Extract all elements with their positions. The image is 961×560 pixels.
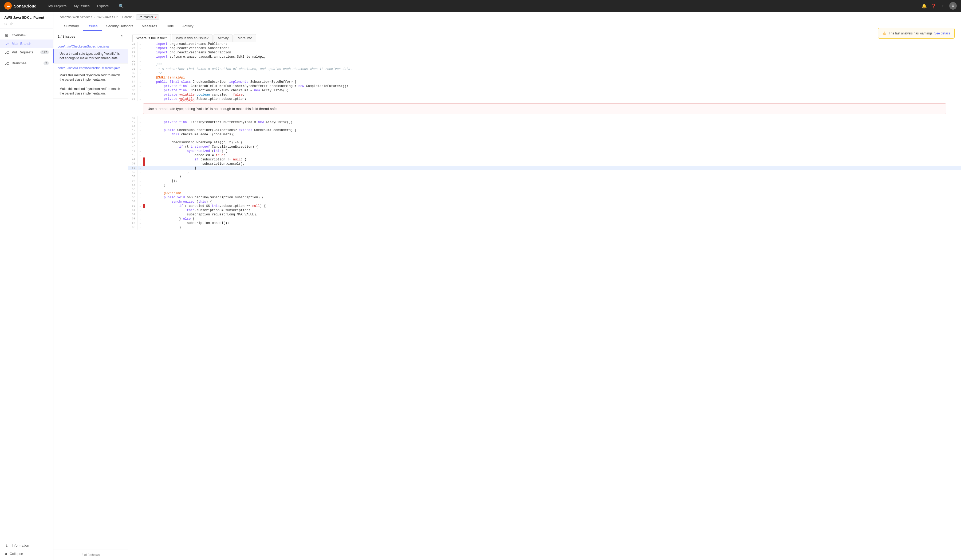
code-row-52: 52 … } xyxy=(128,170,961,175)
line-marker-34 xyxy=(143,80,145,84)
sidebar-item-overview[interactable]: ⊞ Overview xyxy=(0,31,53,40)
search-button[interactable]: 🔍 xyxy=(119,3,124,8)
github-icon[interactable]: ⊙ xyxy=(4,22,8,26)
star-icon[interactable]: ☆ xyxy=(10,22,13,26)
code-row-26: 26 … import org.reactivestreams.Subscrib… xyxy=(128,46,961,50)
user-avatar[interactable]: U xyxy=(949,2,957,10)
breadcrumb-project[interactable]: AWS Java SDK :: Parent xyxy=(96,15,132,19)
line-code-37: private volatile boolean canceled = fals… xyxy=(145,93,961,97)
line-dots-62: … xyxy=(138,212,143,217)
code-row-53: 53 … } xyxy=(128,175,961,179)
line-marker-60 xyxy=(143,204,145,208)
line-code-60: if (!canceled && this.subscription == nu… xyxy=(145,204,961,208)
code-row-42: 42 … public ChecksumSubscriber(Collectio… xyxy=(128,128,961,132)
logo-area[interactable]: ☁ SonarCloud xyxy=(4,2,37,10)
pull-requests-badge: 127 xyxy=(40,50,49,54)
issue-item-1-1[interactable]: Use a thread-safe type; adding "volatile… xyxy=(53,50,128,63)
line-dots-39: … xyxy=(138,116,143,120)
tab-activity[interactable]: Activity xyxy=(178,22,198,31)
issue-group-2: core/.../io/SdkLengthAwareInputStream.ja… xyxy=(53,64,128,99)
code-tab-activity[interactable]: Activity xyxy=(214,34,233,42)
line-code-56 xyxy=(145,188,961,191)
line-marker-25 xyxy=(143,42,145,46)
tab-issues[interactable]: Issues xyxy=(83,22,102,31)
sidebar-item-main-branch[interactable]: ⎇ Main Branch xyxy=(0,40,53,48)
code-row-64: 64 … subscription.cancel(); xyxy=(128,221,961,225)
refresh-icon[interactable]: ↻ xyxy=(121,34,124,39)
code-tab-more-info[interactable]: More info xyxy=(233,34,256,42)
code-row-38: 38 … private volatile Subscription subsc… xyxy=(128,97,961,101)
line-dots-47: … xyxy=(138,149,143,153)
new-button[interactable]: ＋ xyxy=(941,3,945,9)
code-row-49: 49 … if (subscription != null) { xyxy=(128,157,961,162)
line-dots-64: … xyxy=(138,221,143,225)
line-dots-60: … xyxy=(138,204,143,208)
tab-security-hotspots[interactable]: Security Hotspots xyxy=(102,22,137,31)
line-marker-53 xyxy=(143,175,145,179)
branches-icon: ⎇ xyxy=(4,61,9,66)
line-num-41: 41 xyxy=(128,124,138,128)
line-dots-65: … xyxy=(138,225,143,229)
line-marker-30 xyxy=(143,63,145,67)
content-area: 1 / 3 issues ↻ core/.../io/ChecksumSubsc… xyxy=(53,31,961,560)
line-dots-53: … xyxy=(138,175,143,179)
code-row-32: 32 … */ xyxy=(128,71,961,75)
master-badge-close[interactable]: ✕ xyxy=(154,16,157,19)
tab-measures[interactable]: Measures xyxy=(137,22,161,31)
issue-message-text: Use a thread-safe type; adding "volatile… xyxy=(148,107,278,111)
help-button[interactable]: ❓ xyxy=(931,3,937,8)
line-marker-56 xyxy=(143,188,145,191)
line-marker-46 xyxy=(143,145,145,149)
line-num-49: 49 xyxy=(128,157,138,162)
line-marker-28 xyxy=(143,55,145,59)
issues-header: 1 / 3 issues ↻ xyxy=(53,31,128,42)
code-tab-why[interactable]: Why is this an issue? xyxy=(172,34,212,42)
collapse-arrow-icon: ◀ xyxy=(4,552,7,556)
issues-count: 1 / 3 issues xyxy=(58,34,75,39)
line-marker-48 xyxy=(143,153,145,157)
sidebar-nav: ⊞ Overview ⎇ Main Branch ⎇ Pull Requests… xyxy=(0,29,53,539)
issue-item-2-1[interactable]: Make this method "synchronized" to match… xyxy=(53,71,128,85)
breadcrumb-amazon[interactable]: Amazon Web Services xyxy=(60,15,92,19)
tab-summary[interactable]: Summary xyxy=(60,22,83,31)
tab-code[interactable]: Code xyxy=(161,22,178,31)
warning-see-details-link[interactable]: See details xyxy=(934,32,950,35)
collapse-label: Collapse xyxy=(10,552,23,556)
sidebar-item-label-pull-requests: Pull Requests xyxy=(12,50,33,54)
code-content[interactable]: 25 … import org.reactivestreams.Publishe… xyxy=(128,42,961,560)
overview-icon: ⊞ xyxy=(4,33,9,37)
issues-list: core/.../io/ChecksumSubscriber.java Use … xyxy=(53,42,128,550)
line-code-57: @Override xyxy=(145,191,961,196)
issue-file-1[interactable]: core/.../io/ChecksumSubscriber.java xyxy=(53,42,128,50)
line-num-46: 46 xyxy=(128,145,138,149)
line-num-42: 42 xyxy=(128,128,138,132)
code-row-28: 28 … import software.amazon.awssdk.annot… xyxy=(128,55,961,59)
line-num-52: 52 xyxy=(128,170,138,175)
sidebar-item-branches[interactable]: ⎇ Branches 2 xyxy=(0,59,53,67)
line-code-43: this.checksums.addAll(consumers); xyxy=(145,132,961,136)
issue-message-row: Use a thread-safe type; adding "volatile… xyxy=(128,101,961,116)
nav-links: My Projects My Issues Explore xyxy=(45,2,112,10)
code-tab-where[interactable]: Where is the issue? xyxy=(132,34,171,42)
issue-file-2[interactable]: core/.../io/SdkLengthAwareInputStream.ja… xyxy=(53,64,128,71)
code-row-31: 31 … * A subscriber that takes a collect… xyxy=(128,67,961,71)
code-row-34: 34 … public final class ChecksumSubscrib… xyxy=(128,80,961,84)
master-branch-label: master xyxy=(143,15,153,19)
notifications-button[interactable]: 🔔 xyxy=(921,3,927,8)
issue-item-2-2[interactable]: Make this method "synchronized" to match… xyxy=(53,85,128,98)
master-branch-badge: ⎇ master ✕ xyxy=(136,14,159,20)
line-dots-31: … xyxy=(138,67,143,71)
line-dots-63: … xyxy=(138,217,143,221)
line-marker-39 xyxy=(143,116,145,120)
nav-explore[interactable]: Explore xyxy=(94,2,112,10)
nav-my-issues[interactable]: My Issues xyxy=(71,2,93,10)
code-row-48: 48 … canceled = true; xyxy=(128,153,961,157)
code-row-60: 60 … if (!canceled && this.subscription … xyxy=(128,204,961,208)
sidebar-item-pull-requests[interactable]: ⎇ Pull Requests 127 xyxy=(0,48,53,56)
sidebar-collapse-button[interactable]: ◀ Collapse xyxy=(0,550,53,558)
sidebar-item-information[interactable]: ℹ Information xyxy=(0,541,53,550)
nav-my-projects[interactable]: My Projects xyxy=(45,2,70,10)
warning-icon: ⚠ xyxy=(882,31,886,36)
line-code-44 xyxy=(145,136,961,140)
line-marker-47 xyxy=(143,149,145,153)
